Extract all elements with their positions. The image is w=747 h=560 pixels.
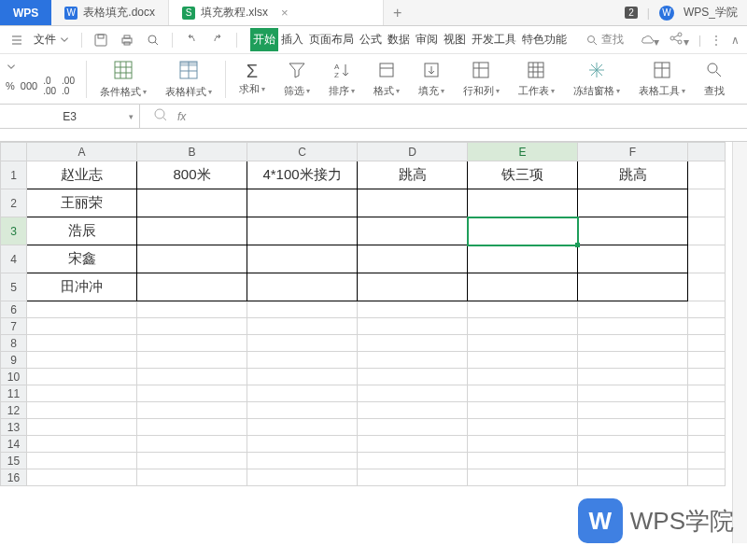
- cell-F10[interactable]: [578, 369, 688, 385]
- spreadsheet-grid[interactable]: ABCDEF1赵业志800米4*100米接力跳高铁三项跳高2王丽荣3浩辰4宋鑫5…: [0, 142, 747, 486]
- row-header-8[interactable]: 8: [1, 335, 27, 352]
- cell-A13[interactable]: [27, 419, 137, 436]
- row-header-15[interactable]: 15: [1, 453, 27, 469]
- undo-icon[interactable]: [180, 30, 203, 50]
- name-box[interactable]: E3 ▾: [0, 105, 140, 128]
- cell-F9[interactable]: [578, 352, 688, 369]
- col-header-E[interactable]: E: [468, 143, 578, 161]
- cell-C8[interactable]: [247, 335, 358, 352]
- cell-extra-12[interactable]: [688, 402, 726, 419]
- cell-extra-2[interactable]: [688, 189, 726, 217]
- cell-extra-3[interactable]: [688, 217, 726, 245]
- cell-A3[interactable]: 浩辰: [27, 217, 137, 245]
- col-header-C[interactable]: C: [247, 143, 358, 161]
- col-header-F[interactable]: F: [578, 143, 688, 161]
- cell-D2[interactable]: [358, 189, 468, 217]
- doc-tab-word[interactable]: W 表格填充.docx: [51, 0, 169, 25]
- ribbon-tab-formula[interactable]: 公式: [357, 28, 385, 51]
- cell-A6[interactable]: [27, 301, 137, 318]
- cell-F16[interactable]: [578, 469, 688, 486]
- cell-extra-13[interactable]: [688, 419, 726, 436]
- cell-B3[interactable]: [137, 217, 247, 245]
- sum-button[interactable]: Σ 求和▾: [233, 62, 271, 96]
- ribbon-tab-layout[interactable]: 页面布局: [306, 28, 357, 51]
- cell-A1[interactable]: 赵业志: [27, 161, 137, 189]
- cell-B8[interactable]: [137, 335, 247, 352]
- cell-B2[interactable]: [137, 189, 247, 217]
- cell-C12[interactable]: [247, 402, 358, 419]
- cell-F3[interactable]: [578, 217, 688, 245]
- cell-C4[interactable]: [247, 245, 358, 273]
- cell-extra-6[interactable]: [688, 301, 726, 318]
- cell-F7[interactable]: [578, 318, 688, 335]
- cell-F6[interactable]: [578, 301, 688, 318]
- cell-A9[interactable]: [27, 352, 137, 369]
- print-icon[interactable]: [116, 30, 138, 50]
- row-header-14[interactable]: 14: [1, 436, 27, 453]
- cell-D14[interactable]: [358, 436, 468, 453]
- percent-button[interactable]: %: [6, 80, 15, 91]
- cell-E10[interactable]: [468, 369, 578, 385]
- thousand-button[interactable]: 000: [21, 80, 37, 91]
- preview-icon[interactable]: [142, 30, 164, 50]
- cell-D1[interactable]: 跳高: [358, 161, 468, 189]
- cell-C14[interactable]: [247, 436, 358, 453]
- cell-E11[interactable]: [468, 385, 578, 402]
- cell-B15[interactable]: [137, 453, 247, 469]
- cell-E2[interactable]: [468, 189, 578, 217]
- cell-E14[interactable]: [468, 436, 578, 453]
- cell-D16[interactable]: [358, 469, 468, 486]
- ribbon-tab-view[interactable]: 视图: [441, 28, 469, 51]
- cell-F15[interactable]: [578, 453, 688, 469]
- cell-E9[interactable]: [468, 352, 578, 369]
- cell-F8[interactable]: [578, 335, 688, 352]
- formula-input[interactable]: [199, 105, 747, 128]
- cell-B9[interactable]: [137, 352, 247, 369]
- fx-label[interactable]: fx: [177, 110, 186, 123]
- cell-B7[interactable]: [137, 318, 247, 335]
- cell-A15[interactable]: [27, 453, 137, 469]
- row-header-1[interactable]: 1: [1, 161, 27, 189]
- save-icon[interactable]: [90, 30, 112, 50]
- cell-A16[interactable]: [27, 469, 137, 486]
- cell-E5[interactable]: [468, 273, 578, 301]
- cell-C15[interactable]: [247, 453, 358, 469]
- cell-extra-15[interactable]: [688, 453, 726, 469]
- cell-F14[interactable]: [578, 436, 688, 453]
- ribbon-tab-devtools[interactable]: 开发工具: [469, 28, 519, 51]
- ribbon-tab-special[interactable]: 特色功能: [519, 28, 570, 51]
- row-header-6[interactable]: 6: [1, 301, 27, 318]
- col-header-extra[interactable]: [688, 143, 726, 161]
- col-header-A[interactable]: A: [27, 143, 137, 161]
- cell-B1[interactable]: 800米: [137, 161, 247, 189]
- cell-D5[interactable]: [358, 273, 468, 301]
- row-header-7[interactable]: 7: [1, 318, 27, 335]
- cell-D9[interactable]: [358, 352, 468, 369]
- cancel-formula-icon[interactable]: [153, 107, 168, 125]
- cell-B6[interactable]: [137, 301, 247, 318]
- format-button[interactable]: 格式▾: [368, 61, 405, 98]
- dec-dec-button[interactable]: .00.0: [62, 76, 75, 96]
- cell-A4[interactable]: 宋鑫: [27, 245, 137, 273]
- cell-F12[interactable]: [578, 402, 688, 419]
- cell-D6[interactable]: [358, 301, 468, 318]
- cell-C3[interactable]: [247, 217, 358, 245]
- cell-C9[interactable]: [247, 352, 358, 369]
- cell-E4[interactable]: [468, 245, 578, 273]
- redo-icon[interactable]: [206, 30, 229, 50]
- cell-D3[interactable]: [358, 217, 468, 245]
- row-header-12[interactable]: 12: [1, 402, 27, 419]
- cell-F4[interactable]: [578, 245, 688, 273]
- file-menu[interactable]: 文件: [30, 29, 74, 50]
- cell-D7[interactable]: [358, 318, 468, 335]
- row-header-13[interactable]: 13: [1, 419, 27, 436]
- cell-D10[interactable]: [358, 369, 468, 385]
- cell-extra-5[interactable]: [688, 273, 726, 301]
- ribbon-tab-start[interactable]: 开始: [250, 28, 278, 51]
- format-dropdown[interactable]: [6, 62, 75, 73]
- cell-D15[interactable]: [358, 453, 468, 469]
- col-header-D[interactable]: D: [358, 143, 468, 161]
- cell-E6[interactable]: [468, 301, 578, 318]
- avatar[interactable]: W: [659, 6, 674, 21]
- row-header-9[interactable]: 9: [1, 352, 27, 369]
